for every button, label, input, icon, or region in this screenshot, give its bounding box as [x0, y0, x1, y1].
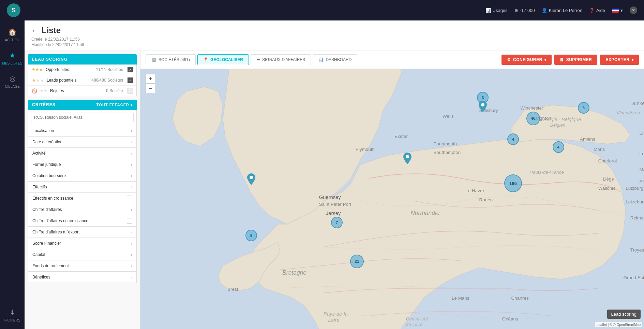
content-body: LEAD SCORING ★★★ Opportunités 11/11 Soci…	[25, 51, 644, 329]
svg-text:Wells: Wells	[443, 114, 454, 119]
cluster-21-nantes[interactable]: 21	[350, 255, 364, 268]
filter-ca[interactable]: Chiffre d'affaires ›	[28, 204, 137, 215]
svg-text:de Loire: de Loire	[406, 322, 422, 327]
lead-checkbox-rejetes[interactable]	[128, 88, 133, 94]
criteria-header: CRITÈRES Tout effacer ▾	[28, 100, 137, 110]
chevron-right-icon: ›	[131, 151, 132, 156]
chevron-right-icon: ›	[131, 128, 132, 133]
filter-cotation[interactable]: Cotation boursière ›	[28, 170, 137, 182]
credits-nav-item[interactable]: ⊕ -17 000	[514, 8, 535, 13]
lead-scoring-badge: Lead scoring	[607, 310, 641, 319]
lead-checkbox-potentiels[interactable]	[128, 77, 133, 83]
svg-text:Southampton: Southampton	[433, 150, 461, 155]
svg-text:Amiens: Amiens	[580, 137, 595, 142]
svg-text:Lützburg: Lützburg	[626, 186, 643, 191]
help-nav-item[interactable]: ❓ Aide	[589, 8, 605, 13]
zoom-controls: + −	[146, 74, 155, 93]
filter-capital[interactable]: Capital ›	[28, 249, 137, 260]
map-container[interactable]: + −	[140, 69, 644, 329]
svg-text:Grand-Est: Grand-Est	[624, 275, 644, 280]
svg-text:Loire: Loire	[328, 317, 340, 323]
tab-geolocaliser[interactable]: 📍 GÉOLOCALISER	[197, 54, 249, 65]
lead-checkbox-opportunites[interactable]	[128, 67, 133, 72]
checkbox-ca-croissance[interactable]	[127, 218, 132, 224]
pin-marker-normandy[interactable]	[403, 153, 411, 165]
filter-benefices[interactable]: Bénéfices ›	[28, 272, 137, 283]
cluster-4-east[interactable]: 4	[553, 141, 564, 153]
pin-icon: 📍	[203, 57, 208, 62]
credits-icon: ⊕	[514, 8, 518, 13]
cluster-4-amiens[interactable]: 4	[507, 133, 519, 145]
filter-fonds-roulement[interactable]: Fonds de roulement ›	[28, 260, 137, 272]
filter-forme-juridique[interactable]: Forme juridique ›	[28, 159, 137, 170]
app-logo[interactable]: S	[7, 3, 20, 17]
filter-ca-croissance: Chiffre d'affaires en croissance	[28, 215, 137, 227]
export-button[interactable]: EXPORTER ▾	[600, 55, 639, 65]
svg-text:Liège: Liège	[603, 176, 614, 182]
cluster-3-right[interactable]: 3	[578, 102, 589, 114]
sidebar: 🏠 ACCUEIL ★ MES LISTES ◎ CIBLAGE ⬇ FICHI…	[0, 20, 25, 329]
zoom-in-button[interactable]: +	[146, 74, 155, 84]
chevron-right-icon: ›	[131, 274, 132, 280]
tab-societes[interactable]: 🏢 SOCIÉTÉS (491)	[146, 54, 196, 65]
tab-dashboard[interactable]: 📊 DASHBOARD	[313, 54, 357, 65]
map-attribution: Leaflet | © © OpenStreetMap	[595, 322, 642, 327]
sidebar-item-mes-listes[interactable]: ★ MES LISTES	[0, 47, 25, 69]
left-panel: LEAD SCORING ★★★ Opportunités 11/11 Soci…	[25, 51, 140, 329]
sidebar-item-fichiers[interactable]: ⬇ FICHIERS	[0, 304, 25, 326]
clear-all-button[interactable]: Tout effacer ▾	[96, 103, 133, 107]
content-area: ← Liste Créée le 22/02/2017 11:56 Modifi…	[25, 20, 644, 329]
lead-row-potentiels: ★★★ Leads potentiels 480/480 Sociétés	[28, 75, 136, 86]
svg-text:Lille: Lille	[640, 130, 644, 136]
chevron-down-icon: ▾	[544, 58, 546, 62]
filter-score-financier[interactable]: Score Financier ›	[28, 238, 137, 249]
map-area: 🏢 SOCIÉTÉS (491) 📍 GÉOLOCALISER ☰ SIGNAU…	[140, 51, 644, 329]
cluster-7-rennes[interactable]: 7	[331, 217, 343, 228]
svg-text:Brest: Brest	[227, 287, 238, 292]
cluster-196-paris[interactable]: 196	[504, 174, 522, 192]
chevron-right-icon: ›	[131, 184, 132, 190]
svg-text:Charleroi: Charleroi	[598, 158, 617, 163]
cluster-40-lille[interactable]: 40	[526, 112, 540, 125]
user-nav-item[interactable]: 👤 Kieran Le Perron	[542, 8, 582, 13]
pin-marker-brittany[interactable]	[247, 173, 255, 186]
back-button[interactable]: ←	[31, 27, 38, 34]
gear-icon: ⚙	[507, 57, 511, 62]
sidebar-item-accueil[interactable]: 🏠 ACCUEIL	[0, 24, 25, 45]
svg-text:Troyes: Troyes	[630, 247, 644, 253]
configure-button[interactable]: ⚙ CONFIGURER ▾	[501, 55, 552, 65]
chevron-right-icon: ›	[131, 241, 132, 246]
list-icon: ☰	[256, 57, 260, 62]
tab-signaux[interactable]: ☰ SIGNAUX D'AFFAIRES	[251, 54, 311, 65]
tabs-left: 🏢 SOCIÉTÉS (491) 📍 GÉOLOCALISER ☰ SIGNAU…	[146, 54, 357, 65]
filter-activite[interactable]: Activité ›	[28, 148, 137, 159]
filter-effectifs[interactable]: Effectifs ›	[28, 182, 137, 193]
lead-label-potentiels: Leads potentiels	[47, 78, 89, 83]
close-button[interactable]: ✕	[630, 6, 637, 14]
lang-selector[interactable]: ▾	[612, 8, 623, 13]
svg-text:Saint Peter Port: Saint Peter Port	[319, 202, 351, 207]
search-input[interactable]	[31, 113, 134, 122]
lead-scoring-header: LEAD SCORING	[28, 54, 137, 65]
usages-nav-item[interactable]: 📊 Usages	[485, 8, 508, 13]
svg-text:Letzeburg: Letzeburg	[626, 199, 644, 204]
svg-point-48	[481, 103, 484, 106]
lead-scoring-section: LEAD SCORING ★★★ Opportunités 11/11 Soci…	[28, 54, 137, 96]
pin-marker-lille[interactable]	[479, 101, 487, 113]
filter-date-creation[interactable]: Date de création ›	[28, 137, 137, 148]
chevron-down-icon: ▾	[131, 103, 133, 107]
zoom-out-button[interactable]: −	[146, 84, 155, 93]
chevron-right-icon: ›	[131, 252, 132, 257]
cluster-5-brest[interactable]: 5	[245, 230, 257, 241]
chevron-right-icon: ›	[131, 229, 132, 235]
delete-button[interactable]: 🗑 SUPPRIMER	[554, 55, 597, 65]
sidebar-item-ciblage[interactable]: ◎ CIBLAGE	[0, 70, 25, 92]
page-header: ← Liste Créée le 22/02/2017 11:56 Modifi…	[25, 20, 644, 51]
svg-text:Exeter: Exeter	[394, 134, 408, 139]
checkbox-effectifs-croissance[interactable]	[127, 196, 132, 201]
chart-icon: 📊	[485, 8, 491, 13]
user-icon: 👤	[542, 8, 547, 13]
chevron-right-icon: ›	[131, 263, 132, 269]
filter-localisation[interactable]: Localisation ›	[28, 125, 137, 137]
filter-ca-export[interactable]: Chiffre d'affaires à l'export ›	[28, 227, 137, 238]
